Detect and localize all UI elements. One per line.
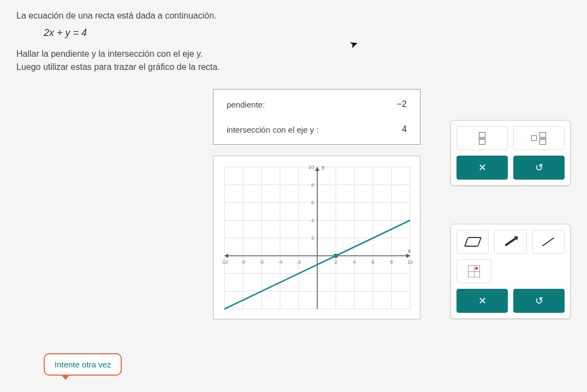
svg-marker-22 <box>406 254 410 258</box>
svg-text:10: 10 <box>407 259 413 265</box>
svg-text:2: 2 <box>334 259 337 265</box>
undo-button[interactable]: ↺ <box>513 156 565 180</box>
svg-text:10: 10 <box>309 164 314 170</box>
svg-text:y: y <box>322 164 324 170</box>
slope-value[interactable]: −2 <box>397 99 407 109</box>
equation: 2x + y = 4 <box>44 27 571 39</box>
svg-text:-10: -10 <box>221 259 228 265</box>
svg-text:4: 4 <box>311 218 314 223</box>
svg-text:6: 6 <box>311 200 314 205</box>
fraction-icon <box>478 132 486 145</box>
graph-canvas[interactable]: -10-8-6-4-2246810246810yx <box>213 156 420 319</box>
math-tool-panel: ✕ ↺ <box>450 120 571 186</box>
svg-text:-4: -4 <box>278 259 282 265</box>
eraser-button[interactable] <box>456 230 489 254</box>
svg-text:4: 4 <box>353 259 355 265</box>
close-icon: ✕ <box>478 162 487 174</box>
svg-text:-8: -8 <box>241 259 245 265</box>
mixed-number-icon <box>531 132 547 145</box>
fraction-button[interactable] <box>456 126 508 150</box>
draw-undo-button[interactable]: ↺ <box>513 289 565 313</box>
problem-intro: La ecuación de una recta está dada a con… <box>16 11 571 21</box>
pencil-icon <box>505 237 517 246</box>
instructions: Hallar la pendiente y la intersección co… <box>16 47 571 74</box>
answer-box: pendiente: −2 intersección con el eje y … <box>213 89 420 145</box>
line-button[interactable] <box>532 230 565 254</box>
svg-text:8: 8 <box>390 259 393 265</box>
draw-tool-panel: ✕ ↺ <box>450 224 571 319</box>
eraser-icon <box>466 237 480 247</box>
close-button[interactable]: ✕ <box>456 156 508 180</box>
graph-svg[interactable]: -10-8-6-4-2246810246810yx <box>214 156 421 320</box>
slope-label: pendiente: <box>227 100 265 109</box>
yintercept-label: intersección con el eje y : <box>227 125 318 134</box>
svg-text:-2: -2 <box>297 259 301 265</box>
retry-button[interactable]: Intente otra vez <box>44 353 122 376</box>
close-icon: ✕ <box>478 295 487 307</box>
undo-icon: ↺ <box>535 295 543 307</box>
instr-line-1: Hallar la pendiente y la intersección co… <box>16 47 571 61</box>
draw-close-button[interactable]: ✕ <box>456 289 508 313</box>
svg-text:2: 2 <box>311 235 314 241</box>
svg-marker-23 <box>224 254 228 258</box>
grid-point-icon <box>468 265 480 277</box>
instr-line-2: Luego utilizar estas para trazar el gráf… <box>16 61 571 74</box>
svg-text:-6: -6 <box>259 259 264 265</box>
svg-text:8: 8 <box>311 182 314 188</box>
svg-marker-24 <box>315 167 319 171</box>
svg-point-42 <box>334 254 338 258</box>
pencil-button[interactable] <box>494 230 526 254</box>
point-plot-button[interactable] <box>456 259 491 283</box>
yintercept-value[interactable]: 4 <box>402 124 407 134</box>
undo-icon: ↺ <box>535 162 543 174</box>
mixed-number-button[interactable] <box>513 126 565 150</box>
line-icon <box>542 237 554 247</box>
svg-text:6: 6 <box>371 259 374 265</box>
svg-text:x: x <box>408 248 411 254</box>
